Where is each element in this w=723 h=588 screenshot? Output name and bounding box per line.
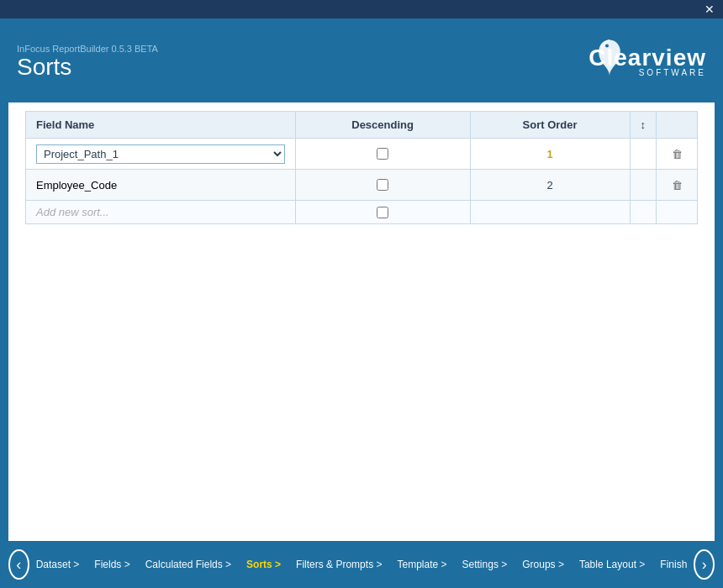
logo-view: view [652,45,706,71]
nav-template[interactable]: Template > [390,554,453,575]
add-new-order [470,201,630,224]
prev-button[interactable]: ‹ [8,549,29,580]
descending-checkbox[interactable] [377,179,388,191]
nav-finish[interactable]: Finish [653,554,694,575]
col-actions [657,112,698,139]
logo-sub: SOFTWARE [639,68,706,77]
nav-filters[interactable]: Filters & Prompts > [289,554,388,575]
add-new-checkbox[interactable] [377,207,388,218]
content-area: Field Name Descending Sort Order ↕ Proje… [8,102,715,541]
trash-icon [672,147,683,160]
col-sort-order: Sort Order [470,112,630,139]
col-descending: Descending [295,112,470,139]
close-button[interactable]: ✕ [703,3,716,16]
add-new-drag [630,201,657,224]
col-field-name: Field Name [26,112,296,139]
app-version: InFocus ReportBuilder 0.5.3 BETA [17,44,158,54]
descending-checkbox[interactable] [377,148,388,160]
nav-settings[interactable]: Settings > [456,554,515,575]
nav-dataset[interactable]: Dataset > [29,554,87,575]
delete-cell[interactable] [657,139,698,170]
page-title: Sorts [17,54,158,81]
sort-order-cell: 2 [470,170,630,201]
add-new-descending[interactable] [295,201,470,224]
sort-order-cell: 1 [470,139,630,170]
bottom-nav: ‹ Dataset > Fields > Calculated Fields >… [0,541,723,588]
field-name-cell: Employee_Code [26,170,296,201]
title-bar: ✕ [0,0,723,18]
add-new-label[interactable]: Add new sort... [26,201,296,224]
next-button[interactable]: › [694,549,715,580]
main-wrapper: InFocus ReportBuilder 0.5.3 BETA Sorts C… [0,18,723,588]
nav-fields[interactable]: Fields > [87,554,136,575]
descending-cell[interactable] [295,139,470,170]
logo-bird-icon [593,36,626,78]
nav-groups[interactable]: Groups > [515,554,571,575]
nav-table-layout[interactable]: Table Layout > [573,554,652,575]
svg-point-0 [605,45,609,48]
add-new-row[interactable]: Add new sort... [26,201,698,224]
col-drag: ↕ [630,112,657,139]
trash-icon [672,178,683,192]
table-row: Project_Path_1 Employee_Code 1 [26,139,698,170]
header-left: InFocus ReportBuilder 0.5.3 BETA Sorts [17,40,158,81]
logo-area: Clearview SOFTWARE [588,45,706,77]
delete-row-button[interactable] [667,144,687,164]
field-name-cell[interactable]: Project_Path_1 Employee_Code [26,139,296,170]
sorts-table: Field Name Descending Sort Order ↕ Proje… [25,111,698,224]
nav-calculated-fields[interactable]: Calculated Fields > [139,554,238,575]
header: InFocus ReportBuilder 0.5.3 BETA Sorts C… [0,18,723,102]
drag-handle-cell [630,170,657,201]
table-row: Employee_Code 2 [26,170,698,201]
delete-cell[interactable] [657,170,698,201]
nav-items: Dataset > Fields > Calculated Fields > S… [29,554,694,575]
nav-sorts[interactable]: Sorts > [240,554,288,575]
descending-cell[interactable] [295,170,470,201]
content-inner: Field Name Descending Sort Order ↕ Proje… [17,102,706,531]
add-new-actions [657,201,698,224]
drag-handle-cell [630,139,657,170]
delete-row-button[interactable] [667,175,687,195]
field-name-select[interactable]: Project_Path_1 Employee_Code [36,144,285,164]
